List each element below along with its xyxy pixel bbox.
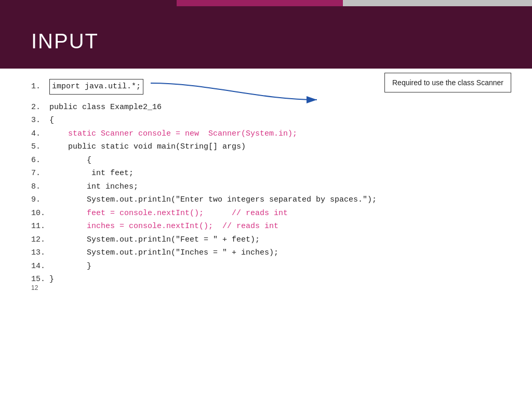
code-line-15: 15. } — [31, 273, 501, 286]
code-line-4: 4. static Scanner console = new Scanner(… — [31, 127, 501, 141]
code-content-5: public static void main(String[] args) — [49, 140, 246, 154]
top-bar-pink — [177, 0, 343, 6]
line-num-7: 7. — [31, 167, 49, 180]
code-line-12: 12. System.out.println("Feet = " + feet)… — [31, 233, 501, 247]
code-content-9: System.out.println("Enter two integers s… — [49, 193, 377, 207]
code-content-12: System.out.println("Feet = " + feet); — [49, 233, 260, 247]
code-line-11: 11. inches = console.nextInt(); // reads… — [31, 220, 501, 233]
line-num-1: 1. — [31, 80, 49, 94]
code-block: 1. import java.util.*; 2. public class E… — [31, 79, 501, 286]
code-line-5: 5. public static void main(String[] args… — [31, 140, 501, 154]
code-line-14: 14. } — [31, 260, 501, 273]
code-content-2: public class Example2_16 — [49, 101, 162, 114]
line-num-14: 14. — [31, 260, 49, 273]
top-bar — [0, 0, 532, 6]
line-num-11: 11. — [31, 220, 49, 233]
code-line-9: 9. System.out.println("Enter two integer… — [31, 193, 501, 207]
code-line-2: 2. public class Example2_16 — [31, 101, 501, 114]
code-content-6: { — [49, 154, 91, 167]
code-content-11: inches = console.nextInt(); // reads int — [49, 220, 278, 233]
page-number: 12 — [31, 284, 38, 291]
code-content-4: static Scanner console = new Scanner(Sys… — [49, 127, 297, 141]
code-content-14: } — [49, 260, 91, 273]
top-bar-dark — [0, 0, 177, 6]
callout-text: Required to use the class Scanner — [392, 78, 503, 87]
code-line-6: 6. { — [31, 154, 501, 167]
line-num-2: 2. — [31, 101, 49, 114]
code-line-8: 8. int inches; — [31, 180, 501, 194]
code-line-13: 13. System.out.println("Inches = " + inc… — [31, 246, 501, 260]
import-box: import java.util.*; — [49, 79, 143, 95]
code-content-3: { — [49, 114, 54, 127]
code-content-10: feet = console.nextInt(); // reads int — [49, 207, 288, 220]
line-num-12: 12. — [31, 233, 49, 247]
line-num-8: 8. — [31, 180, 49, 194]
line-num-5: 5. — [31, 140, 49, 154]
line-num-3: 3. — [31, 114, 49, 127]
slide-title: INPUT — [31, 30, 99, 53]
callout-box: Required to use the class Scanner — [384, 73, 511, 92]
line-num-9: 9. — [31, 193, 49, 207]
code-content-1: import java.util.*; — [49, 79, 143, 95]
line-num-4: 4. — [31, 127, 49, 141]
header: INPUT — [0, 6, 532, 69]
code-line-3: 3. { — [31, 114, 501, 127]
code-line-7: 7. int feet; — [31, 167, 501, 180]
code-content-15: } — [49, 273, 54, 286]
code-line-10: 10. feet = console.nextInt(); // reads i… — [31, 207, 501, 220]
top-bar-gray — [343, 0, 532, 6]
line-num-10: 10. — [31, 207, 49, 220]
blank-line-1 — [31, 95, 501, 101]
code-content-7: int feet; — [49, 167, 134, 180]
code-content-13: System.out.println("Inches = " + inches)… — [49, 246, 278, 260]
code-content-8: int inches; — [49, 180, 138, 194]
line-num-13: 13. — [31, 246, 49, 260]
line-num-6: 6. — [31, 154, 49, 167]
content-area: Required to use the class Scanner 1. imp… — [0, 69, 532, 297]
